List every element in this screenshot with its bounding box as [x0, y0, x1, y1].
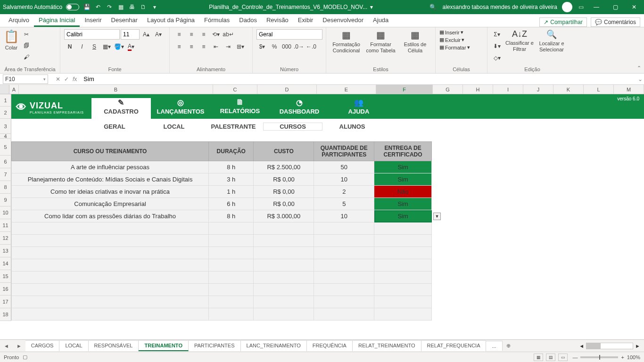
table-row-empty[interactable]	[12, 284, 432, 296]
table-row-empty[interactable]	[12, 247, 432, 259]
cell-empty[interactable]	[12, 247, 209, 259]
row-header-2[interactable]: 2	[0, 107, 11, 119]
cell-empty[interactable]	[314, 296, 374, 308]
row-header-8[interactable]: 8	[0, 181, 11, 194]
col-header-C[interactable]: C	[213, 85, 257, 94]
autosum-icon[interactable]: Σ▾	[491, 29, 503, 40]
row-header-9[interactable]: 9	[0, 194, 11, 206]
sheet-tab-cargos[interactable]: CARGOS	[25, 340, 60, 351]
cell-cost[interactable]: R$ 0,00	[254, 186, 314, 198]
sheet-nav-prev-icon[interactable]: ◄	[0, 343, 13, 349]
table-row-empty[interactable]	[12, 259, 432, 272]
align-right-icon[interactable]: ≡	[198, 41, 209, 52]
minimize-button[interactable]: ―	[589, 4, 603, 10]
row-header-1[interactable]: 1	[0, 94, 11, 107]
cut-icon[interactable]: ✂	[21, 29, 32, 40]
align-top-icon[interactable]: ≡	[173, 29, 185, 40]
col-header-A[interactable]: A	[9, 85, 19, 94]
percent-icon[interactable]: %	[269, 41, 280, 52]
align-middle-icon[interactable]: ≡	[186, 29, 197, 40]
share-button[interactable]: ↗ Compartilhar	[539, 17, 587, 27]
cell-empty[interactable]	[209, 308, 254, 321]
zoom-value[interactable]: 100%	[627, 354, 640, 360]
cell-cost[interactable]: R$ 3.000,00	[254, 210, 314, 222]
col-header-H[interactable]: H	[463, 85, 493, 94]
align-left-icon[interactable]: ≡	[173, 41, 185, 52]
formula-input[interactable]	[81, 74, 636, 84]
view-normal-icon[interactable]: ▦	[534, 354, 543, 361]
cell-empty[interactable]	[374, 222, 432, 235]
cell-empty[interactable]	[12, 284, 209, 296]
increase-font-icon[interactable]: A▴	[140, 29, 152, 40]
row-header-12[interactable]: 12	[0, 232, 11, 245]
zoom-in-icon[interactable]: +	[621, 354, 624, 360]
delete-cells-button[interactable]: ▦ Excluir ▾	[439, 37, 464, 43]
cell-empty[interactable]	[209, 284, 254, 296]
cell-empty[interactable]	[12, 296, 209, 308]
cell-name[interactable]: Planejamento de Conteúdo: Mídias Sociais…	[12, 173, 209, 186]
subtab-geral[interactable]: GERAL	[85, 123, 144, 131]
subtab-cursos[interactable]: CURSOS	[263, 123, 322, 131]
row-header-3[interactable]: 3	[0, 119, 11, 134]
cell-dur[interactable]: 1 h	[209, 186, 254, 198]
menu-tab-página-inicial[interactable]: Página Inicial	[34, 15, 80, 27]
undo-icon[interactable]: ↶	[94, 3, 102, 11]
format-table-icon[interactable]: ▦	[376, 29, 385, 41]
paste-icon[interactable]: 📋	[4, 29, 19, 44]
format-cells-button[interactable]: ▦ Formatar ▾	[439, 44, 470, 50]
sheet-tab-local[interactable]: LOCAL	[59, 340, 88, 351]
italic-button[interactable]: I	[76, 41, 88, 52]
format-table-button[interactable]: Formatar como Tabela	[364, 41, 397, 54]
table-row-empty[interactable]	[12, 272, 432, 284]
border-button[interactable]: ▦▾	[101, 41, 112, 52]
table-row-empty[interactable]	[12, 296, 432, 308]
cell-name[interactable]: Comunicação Empresarial	[12, 198, 209, 210]
menu-tab-exibir[interactable]: Exibir	[293, 15, 318, 27]
sheet-more[interactable]: ...	[486, 341, 502, 351]
cell-empty[interactable]	[314, 272, 374, 284]
qat-more-icon[interactable]: ▾	[151, 3, 158, 11]
cell-dur[interactable]: 3 h	[209, 173, 254, 186]
app-tab-relatórios[interactable]: 🗎RELATÓRIOS	[210, 98, 270, 119]
menu-tab-desenvolvedor[interactable]: Desenvolvedor	[318, 15, 368, 27]
subtab-local[interactable]: LOCAL	[144, 123, 204, 131]
cell-empty[interactable]	[314, 259, 374, 272]
comments-button[interactable]: 💬 Comentários	[591, 17, 640, 27]
row-header-15[interactable]: 15	[0, 270, 11, 283]
cell-empty[interactable]	[314, 308, 374, 321]
menu-tab-ajuda[interactable]: Ajuda	[368, 15, 393, 27]
app-tab-cadastro[interactable]: ✎CADASTRO	[91, 98, 151, 119]
menu-tab-layout-da-página[interactable]: Layout da Página	[142, 15, 199, 27]
row-header-10[interactable]: 10	[0, 206, 11, 219]
qat-icon-3[interactable]: 🗋	[140, 3, 147, 11]
fx-cancel-icon[interactable]: ✕	[56, 76, 60, 82]
table-row-empty[interactable]	[12, 222, 432, 235]
cell-empty[interactable]	[209, 296, 254, 308]
cell-qty[interactable]: 10	[314, 210, 374, 222]
zoom-slider[interactable]	[580, 356, 618, 358]
qat-icon-1[interactable]: ▦	[117, 3, 124, 11]
sort-filter-icon[interactable]: A↓Z	[512, 29, 527, 39]
align-center-icon[interactable]: ≡	[186, 41, 197, 52]
horizontal-scrollbar[interactable]	[586, 343, 633, 349]
find-select-button[interactable]: Localizar e Selecionar	[537, 41, 567, 53]
fx-icon[interactable]: fx	[73, 76, 77, 82]
app-tab-lançamentos[interactable]: ◎LANÇAMENTOS	[151, 98, 210, 119]
view-layout-icon[interactable]: ▤	[546, 354, 555, 361]
cell-empty[interactable]	[374, 259, 432, 272]
name-box[interactable]: F10▾	[3, 74, 48, 84]
clear-icon[interactable]: ◇▾	[491, 53, 503, 63]
subtab-palestrante[interactable]: PALESTRANTE	[204, 123, 263, 131]
subtab-alunos[interactable]: ALUNOS	[322, 123, 382, 131]
cell-empty[interactable]	[209, 222, 254, 235]
paste-button[interactable]: Colar	[5, 45, 17, 51]
menu-tab-arquivo[interactable]: Arquivo	[4, 15, 34, 27]
col-header-K[interactable]: K	[553, 85, 584, 94]
cell-empty[interactable]	[314, 284, 374, 296]
macro-record-icon[interactable]: ▢	[23, 354, 27, 360]
col-header-I[interactable]: I	[493, 85, 523, 94]
filename-dropdown-icon[interactable]: ▾	[370, 4, 373, 10]
col-header-E[interactable]: E	[317, 85, 376, 94]
fx-confirm-icon[interactable]: ✓	[64, 76, 69, 82]
cell-empty[interactable]	[374, 284, 432, 296]
